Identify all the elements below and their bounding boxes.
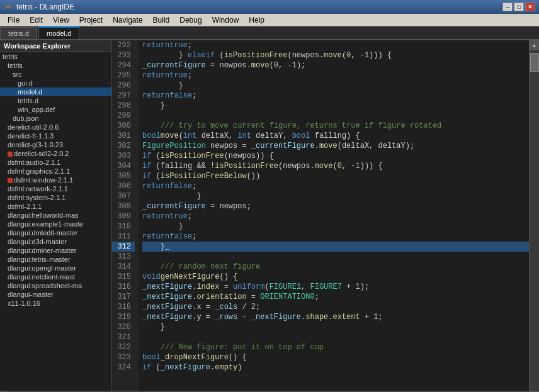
- code-line: }: [142, 81, 529, 91]
- sidebar-item-win-app-def[interactable]: win_app.def: [0, 105, 111, 114]
- sidebar-item-label: dlangui:dminer-master: [8, 247, 76, 254]
- sidebar-item-label: dub.json: [13, 115, 39, 122]
- sidebar-item-label: src: [13, 70, 22, 78]
- line-number: 305: [112, 171, 135, 181]
- menu-item-build[interactable]: Build: [148, 14, 175, 26]
- code-content[interactable]: return true; } else if (isPositionFree(n…: [139, 40, 529, 391]
- sidebar-item-label: dsfml:system-2.1.1: [8, 194, 65, 201]
- main-layout: Workspace Explorer tetristetrissrcgui.dm…: [0, 40, 539, 391]
- sidebar-item-label: dlangui:netclient-mast: [8, 273, 75, 281]
- sidebar-item-label: dsfml:audio-2.1.1: [8, 159, 60, 166]
- minimize-button[interactable]: ─: [502, 3, 513, 11]
- line-number: 317: [112, 292, 135, 302]
- sidebar-item-label: derelict-sdl2-2.0.2: [14, 150, 69, 157]
- sidebar-item-label: dsfml:window-2.1.1: [14, 176, 73, 184]
- sidebar: Workspace Explorer tetristetrissrcgui.dm…: [0, 40, 112, 391]
- sidebar-item-dlangui-master[interactable]: dlangui-master: [0, 290, 111, 299]
- line-number: 311: [112, 232, 135, 242]
- code-line: _nextFigure.x = _cols / 2;: [142, 302, 529, 312]
- sidebar-item-label: dlangui:tetris-master: [8, 255, 71, 263]
- menu-item-debug[interactable]: Debug: [174, 14, 207, 26]
- sidebar-item-derelict-ft-1-1-3[interactable]: derelict-ft-1.1.3: [0, 132, 111, 140]
- sidebar-item-dlangui-netclient-mast[interactable]: dlangui:netclient-mast: [0, 272, 111, 281]
- sidebar-item-tetris-d[interactable]: tetris.d: [0, 96, 111, 105]
- sidebar-item-dub-json[interactable]: dub.json: [0, 114, 111, 123]
- sidebar-item-dlangui-d3d-master[interactable]: dlangui:d3d-master: [0, 237, 111, 246]
- code-area: 2922932942952962972982993003013023033043…: [112, 40, 529, 391]
- sidebar-item-label: dlangui:helloworld-mas: [8, 211, 79, 219]
- sidebar-item-dsfml-system-2-1-1[interactable]: dsfml:system-2.1.1: [0, 193, 111, 202]
- menu-item-view[interactable]: View: [48, 14, 74, 26]
- sidebar-item-dsfml-2-1-1[interactable]: dsfml-2.1.1: [0, 202, 111, 211]
- line-number: 304: [112, 161, 135, 171]
- sidebar-item-tetris[interactable]: tetris: [0, 52, 111, 61]
- sidebar-item-dsfml-audio-2-1-1[interactable]: dsfml:audio-2.1.1: [0, 158, 111, 167]
- title-bar-left: 🎮 tetris - DLangIDE: [4, 3, 74, 11]
- menu-item-help[interactable]: Help: [244, 14, 270, 26]
- code-line: return true;: [142, 211, 529, 221]
- sidebar-item-derelict-util-2-0-6[interactable]: derelict-util-2.0.6: [0, 123, 111, 132]
- sidebar-items: tetristetrissrcgui.dmodel.dtetris.dwin_a…: [0, 52, 111, 308]
- code-line: /// random next figure: [142, 262, 529, 272]
- line-number: 307: [112, 191, 135, 201]
- sidebar-item-dlangui-dmledit-master[interactable]: dlangui:dmledit-master: [0, 228, 111, 237]
- code-line: _nextFigure.orientation = ORIENTATION0;: [142, 292, 529, 302]
- sidebar-item-model-d[interactable]: model.d: [0, 87, 111, 96]
- sidebar-item-src[interactable]: src: [0, 70, 111, 79]
- scroll-up-arrow[interactable]: ▲: [530, 40, 540, 50]
- close-button[interactable]: ✕: [525, 3, 535, 11]
- line-numbers: 2922932942952962972982993003013023033043…: [112, 40, 139, 391]
- sidebar-item-dlangui-spreadsheet-ma[interactable]: dlangui:spreadsheet-ma: [0, 281, 111, 290]
- sidebar-item-dlangui-example1-maste[interactable]: dlangui:example1-maste: [0, 220, 111, 228]
- code-line: bool _dropNextFigure() {: [142, 352, 529, 362]
- code-line: }: [142, 191, 529, 201]
- sidebar-item-label: dlangui:example1-maste: [8, 220, 83, 228]
- line-number: 316: [112, 282, 135, 292]
- menu-item-file[interactable]: File: [3, 14, 25, 26]
- sidebar-item-dlangui-tetris-master[interactable]: dlangui:tetris-master: [0, 255, 111, 264]
- code-line: _currentFigure = newpos.move(0, -1);: [142, 60, 529, 70]
- line-number: 294: [112, 60, 135, 70]
- code-line: if (_nextFigure.empty): [142, 362, 529, 372]
- tab-model-d[interactable]: model.d: [38, 26, 79, 39]
- sidebar-item-derelict-sdl2-2-0-2[interactable]: derelict-sdl2-2.0.2: [0, 149, 111, 158]
- sidebar-item-dsfml-network-2-1-1[interactable]: dsfml:network-2.1.1: [0, 184, 111, 193]
- code-line: [142, 111, 529, 121]
- sidebar-item-label: derelict-util-2.0.6: [8, 123, 59, 131]
- tab-bar: tetris.dmodel.d: [0, 26, 539, 40]
- sidebar-item-dsfml-window-2-1-1[interactable]: dsfml:window-2.1.1: [0, 176, 111, 184]
- sidebar-item-derelict-gl3-1-0-23[interactable]: derelict-gl3-1.0.23: [0, 140, 111, 149]
- code-line: _currentFigure = newpos;: [142, 201, 529, 211]
- line-number: 296: [112, 81, 135, 91]
- line-number: 309: [112, 211, 135, 221]
- sidebar-item-tetris[interactable]: tetris: [0, 61, 111, 70]
- code-line: _nextFigure.index = uniform(FIGURE1, FIG…: [142, 282, 529, 292]
- line-number: 315: [112, 272, 135, 282]
- menu-item-project[interactable]: Project: [74, 14, 108, 26]
- sidebar-item-dlangui-dminer-master[interactable]: dlangui:dminer-master: [0, 246, 111, 255]
- code-line: }: [142, 322, 529, 332]
- menu-item-edit[interactable]: Edit: [25, 14, 48, 26]
- code-line: /// try to move current figure, returns …: [142, 121, 529, 131]
- sidebar-item-x11-1-0-16[interactable]: x11-1.0.16: [0, 299, 111, 308]
- code-line: return true;: [142, 40, 529, 50]
- line-number: 298: [112, 101, 135, 111]
- menu-item-window[interactable]: Window: [207, 14, 244, 26]
- sidebar-item-gui-d[interactable]: gui.d: [0, 79, 111, 87]
- menu-item-navigate[interactable]: Navigate: [108, 14, 147, 26]
- code-line: /// New figure: put it on top of cup: [142, 342, 529, 352]
- sidebar-item-dlangui-opengl-master[interactable]: dlangui:opengl-master: [0, 264, 111, 272]
- maximize-button[interactable]: □: [514, 3, 524, 11]
- title-bar-controls: ─ □ ✕: [502, 3, 535, 11]
- code-line: if (isPositionFree(newpos)) {: [142, 151, 529, 161]
- line-number: 314: [112, 262, 135, 272]
- line-number: 323: [112, 352, 135, 362]
- sidebar-item-dsfml-graphics-2-1-1[interactable]: dsfml:graphics-2.1.1: [0, 167, 111, 176]
- right-scrollbar[interactable]: ▲: [529, 40, 539, 391]
- sidebar-item-dlangui-helloworld-mas[interactable]: dlangui:helloworld-mas: [0, 211, 111, 220]
- line-number: 297: [112, 91, 135, 101]
- sidebar-item-label: x11-1.0.16: [8, 300, 40, 307]
- tab-tetris-d[interactable]: tetris.d: [0, 27, 37, 39]
- scroll-thumb[interactable]: [530, 53, 539, 72]
- code-line: _nextFigure.y = _rows - _nextFigure.shap…: [142, 312, 529, 322]
